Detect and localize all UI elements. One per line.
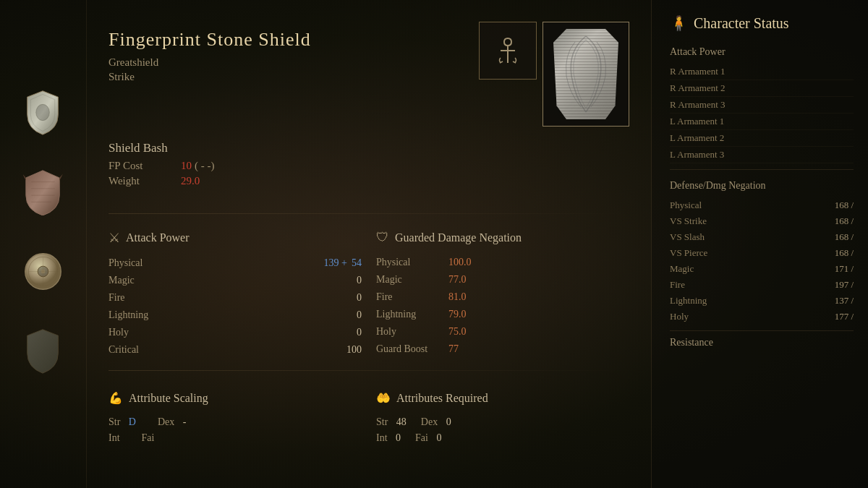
defense-fire-row: Fire 197 / — [670, 277, 854, 293]
guard-holy-value: 75.0 — [448, 326, 467, 338]
attribute-scaling-icon: 💪 — [109, 391, 123, 405]
attack-critical-row: Critical 100 — [109, 344, 362, 356]
cs-resistance-title: Resistance — [670, 337, 854, 348]
svg-marker-6 — [59, 174, 63, 180]
scaling-str-value: D — [129, 416, 136, 427]
item-name: Fingerprint Stone Shield — [109, 29, 311, 51]
defense-strike-row: VS Strike 168 / — [670, 213, 854, 229]
defense-pierce-row: VS Pierce 168 / — [670, 245, 854, 261]
req-fai-group: Fai 0 — [415, 432, 441, 444]
guard-boost-value: 77 — [448, 343, 459, 355]
divider1 — [670, 169, 854, 170]
right-sidebar: 🧍 Character Status Attack Power R Armame… — [651, 0, 868, 488]
attack-fire-row: Fire 0 — [109, 292, 362, 304]
defense-section: Defense/Dmg Negation Physical 168 / VS S… — [670, 180, 854, 325]
stats-panels: ⚔ Attack Power Physical 139 + 54 Magic 0… — [109, 230, 629, 361]
scaling-dex-value: - — [183, 416, 187, 427]
defense-magic-value: 171 / — [835, 263, 854, 275]
armament-r1: R Armament 1 — [670, 64, 854, 80]
req-str-value: 48 — [396, 416, 407, 427]
scaling-int-group: Int — [109, 432, 120, 444]
req-fai-value: 0 — [436, 432, 441, 443]
attack-holy-label: Holy — [109, 327, 181, 338]
guard-physical-label: Physical — [376, 257, 448, 268]
req-int-label: Int — [376, 432, 388, 443]
sidebar-item-shield3[interactable] — [18, 246, 69, 296]
defense-fire-label: Fire — [670, 279, 685, 291]
attack-fire-label: Fire — [109, 292, 181, 304]
attributes-required-panel: 🤲 Attributes Required Str 48 Dex 0 Int — [376, 391, 629, 444]
cs-defense-title: Defense/Dmg Negation — [670, 180, 854, 192]
weight-value: 29.0 — [181, 175, 200, 187]
guard-magic-label: Magic — [376, 274, 448, 286]
defense-pierce-label: VS Pierce — [670, 247, 707, 259]
defense-lightning-value: 137 / — [835, 295, 854, 307]
skill-name: Shield Bash — [109, 141, 629, 155]
armament-r3: R Armament 3 — [670, 97, 854, 114]
attack-magic-row: Magic 0 — [109, 275, 362, 286]
req-int-value: 0 — [396, 432, 401, 443]
armament-l3: L Armament 3 — [670, 147, 854, 163]
attack-physical-label: Physical — [109, 257, 181, 269]
attack-power-icon: ⚔ — [109, 230, 120, 246]
attack-holy-value: 0 — [357, 327, 362, 338]
scaling-dex-group: Dex - — [158, 416, 187, 428]
attack-magic-value: 0 — [357, 275, 362, 286]
section-divider-2 — [109, 370, 629, 371]
attack-lightning-row: Lightning 0 — [109, 309, 362, 321]
defense-physical-label: Physical — [670, 200, 702, 211]
req-int-group: Int 0 — [376, 432, 401, 444]
svg-point-0 — [36, 104, 50, 120]
sidebar-item-shield4[interactable] — [18, 325, 69, 376]
attributes-required-icon: 🤲 — [376, 391, 391, 405]
item-main-image-box — [542, 22, 629, 127]
shield4-icon — [23, 328, 63, 374]
defense-physical-row: Physical 168 / — [670, 197, 854, 213]
attribute-scaling-header: 💪 Attribute Scaling — [109, 391, 362, 408]
scaling-int-label: Int — [109, 432, 120, 443]
attack-lightning-value: 0 — [357, 309, 362, 321]
scaling-fai-label: Fai — [142, 432, 155, 443]
attack-magic-label: Magic — [109, 275, 181, 286]
attack-physical-bonus: 54 — [352, 257, 362, 269]
req-dex-value: 0 — [446, 416, 451, 427]
item-header: Fingerprint Stone Shield Greatshield Str… — [109, 29, 311, 112]
left-sidebar — [0, 0, 87, 488]
scaling-str-label: Str — [109, 416, 120, 427]
guard-physical-row: Physical 100.0 — [376, 257, 629, 268]
defense-magic-label: Magic — [670, 263, 694, 275]
req-str-group: Str 48 — [376, 416, 407, 428]
attack-power-header: ⚔ Attack Power — [109, 230, 362, 249]
attack-power-panel: ⚔ Attack Power Physical 139 + 54 Magic 0… — [109, 230, 362, 361]
defense-strike-label: VS Strike — [670, 215, 707, 227]
character-status-header: 🧍 Character Status — [670, 14, 854, 32]
guard-lightning-value: 79.0 — [448, 309, 467, 320]
guarded-damage-title: Guarded Damage Negation — [395, 231, 522, 244]
attack-fire-value: 0 — [357, 292, 362, 304]
sidebar-item-shield1[interactable] — [18, 87, 69, 137]
shield2-icon — [23, 168, 63, 215]
fp-cost-row: FP Cost 10 ( - -) — [109, 160, 629, 172]
guard-lightning-row: Lightning 79.0 — [376, 309, 629, 320]
divider2 — [670, 330, 854, 331]
sidebar-item-shield2[interactable] — [18, 166, 69, 217]
item-subtype: Strike — [109, 71, 311, 83]
guarded-damage-panel: 🛡 Guarded Damage Negation Physical 100.0… — [376, 230, 629, 361]
guarded-damage-icon: 🛡 — [376, 230, 389, 245]
defense-holy-label: Holy — [670, 311, 689, 322]
attack-physical-values: 139 + 54 — [324, 257, 362, 269]
armament-r2: R Armament 2 — [670, 80, 854, 97]
req-dex-label: Dex — [421, 416, 438, 427]
anchor-icon — [490, 33, 526, 69]
attack-lightning-label: Lightning — [109, 309, 181, 321]
defense-slash-value: 168 / — [835, 231, 854, 243]
attack-critical-value: 100 — [346, 344, 362, 356]
fingerprint-stone-image — [553, 29, 618, 119]
req-fai-label: Fai — [415, 432, 428, 443]
defense-pierce-value: 168 / — [835, 247, 854, 259]
defense-physical-value: 168 / — [835, 200, 854, 211]
fp-cost-label: FP Cost — [109, 160, 181, 172]
character-status-title: Character Status — [694, 15, 789, 32]
item-type: Greatshield — [109, 53, 311, 71]
req-str-label: Str — [376, 416, 388, 427]
